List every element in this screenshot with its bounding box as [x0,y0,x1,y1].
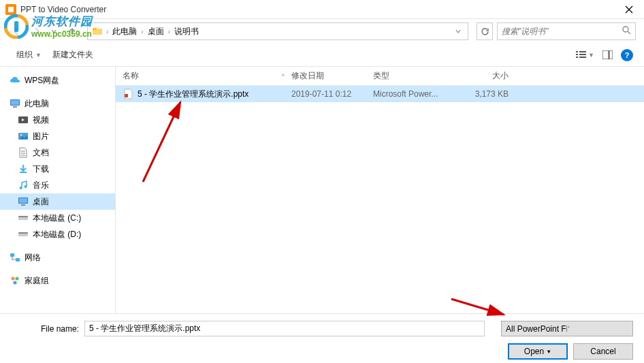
sidebar-label: 下载 [33,163,49,175]
help-button[interactable]: ? [621,49,633,61]
chevron-right-icon: › [168,28,170,35]
chevron-down-icon: ˅ [567,326,628,332]
sidebar-label: WPS网盘 [25,75,59,86]
svg-rect-14 [609,50,613,59]
breadcrumb-desktop[interactable]: 桌面 [146,26,166,37]
svg-point-26 [20,187,22,189]
svg-line-6 [628,31,630,34]
filetype-select[interactable]: All PowerPoint Files (*.ppt;*.ppt ˅ [501,321,633,336]
view-list-button[interactable]: ▼ [576,50,594,59]
svg-point-27 [25,185,27,188]
network-icon [10,252,20,263]
refresh-button[interactable] [477,22,493,40]
svg-rect-29 [19,198,27,203]
picture-icon [18,131,29,142]
svg-rect-11 [576,57,578,58]
chevron-right-icon: › [106,28,108,35]
sidebar-item-downloads[interactable]: 下载 [0,161,115,177]
computer-icon [10,98,20,109]
svg-rect-17 [13,106,17,108]
sidebar-item-wps[interactable]: WPS网盘 [0,72,115,89]
sidebar-label: 家庭组 [25,275,49,287]
svg-rect-34 [18,232,28,234]
chevron-down-icon[interactable] [455,29,461,34]
column-date[interactable]: 修改日期 [291,70,373,82]
file-size: 3,173 KB [458,89,515,99]
sidebar-item-homegroup[interactable]: 家庭组 [0,272,115,289]
search-icon[interactable] [622,26,631,37]
sidebar-label: 桌面 [33,196,49,208]
filename-label: File name: [11,324,79,334]
svg-rect-0 [8,7,14,12]
chevron-down-icon: ▼ [588,52,594,59]
svg-rect-16 [11,100,19,105]
sidebar-label: 视频 [33,114,49,126]
sidebar-label: 本地磁盘 (D:) [33,229,81,240]
breadcrumb-thispc[interactable]: 此电脑 [110,26,139,37]
sidebar-label: 网络 [25,252,41,264]
svg-rect-32 [18,216,28,217]
sidebar-item-diskc[interactable]: 本地磁盘 (C:) [0,210,115,226]
column-name[interactable]: 名称 ^ [116,70,291,82]
organize-menu[interactable]: 组织 ▼ [11,46,47,63]
close-button[interactable] [619,0,639,19]
sidebar-label: 图片 [33,131,49,142]
svg-rect-9 [576,54,578,55]
file-name: 5 - 学生作业管理系统演示.pptx [138,89,248,100]
svg-point-5 [623,27,628,32]
sidebar-item-desktop[interactable]: 桌面 [0,193,115,210]
filetype-value: All PowerPoint Files (*.ppt;*.ppt [506,324,567,334]
breadcrumb-folder[interactable]: 说明书 [172,26,201,37]
chevron-right-icon: › [141,28,143,35]
chevron-down-icon: ▼ [35,52,42,59]
sidebar-item-videos[interactable]: 视频 [0,112,115,128]
up-button[interactable] [65,23,79,40]
column-size[interactable]: 大小 [458,70,515,82]
desktop-icon [18,196,29,207]
sidebar-label: 音乐 [33,180,49,191]
open-button[interactable]: Open ▼ [508,343,568,360]
video-icon [18,114,29,125]
svg-rect-7 [576,51,578,52]
sidebar-item-network[interactable]: 网络 [0,249,115,266]
cloud-icon [10,75,20,86]
back-button[interactable] [8,23,25,40]
sidebar: WPS网盘 此电脑 视频 图片 文档 下载 音乐 桌面 [0,67,116,313]
sidebar-item-documents[interactable]: 文档 [0,144,115,161]
breadcrumb[interactable]: › 此电脑 › 桌面 › 说明书 [87,22,468,40]
history-dropdown[interactable] [49,23,59,40]
sidebar-item-music[interactable]: 音乐 [0,177,115,193]
filelist-header: 名称 ^ 修改日期 类型 大小 [116,67,644,86]
svg-rect-10 [579,54,586,55]
svg-rect-36 [16,258,20,262]
svg-rect-8 [579,51,586,52]
forward-button[interactable] [29,23,45,40]
pptx-icon [123,89,133,99]
svg-point-38 [16,277,19,281]
cancel-button[interactable]: Cancel [573,343,633,360]
newfolder-label: 新建文件夹 [52,49,93,61]
filename-input[interactable] [84,321,485,336]
music-icon [18,180,29,191]
svg-point-37 [12,277,15,281]
svg-rect-12 [579,57,586,58]
newfolder-button[interactable]: 新建文件夹 [47,46,99,63]
sidebar-item-thispc[interactable]: 此电脑 [0,95,115,112]
svg-rect-40 [125,94,128,97]
sidebar-label: 此电脑 [25,98,49,110]
app-icon [5,4,16,15]
search-box[interactable] [497,22,636,40]
sidebar-item-pictures[interactable]: 图片 [0,128,115,144]
sort-indicator-icon: ^ [282,73,285,80]
download-icon [18,163,29,174]
column-type[interactable]: 类型 [373,70,458,82]
folder-icon [92,26,103,37]
disk-icon [18,212,29,223]
sidebar-item-diskd[interactable]: 本地磁盘 (D:) [0,226,115,242]
file-row[interactable]: 5 - 学生作业管理系统演示.pptx 2019-07-11 0:12 Micr… [116,86,644,102]
sidebar-label: 文档 [33,147,49,159]
view-preview-button[interactable] [602,50,613,59]
svg-rect-13 [602,50,609,59]
document-icon [18,147,29,158]
search-input[interactable] [502,27,622,36]
